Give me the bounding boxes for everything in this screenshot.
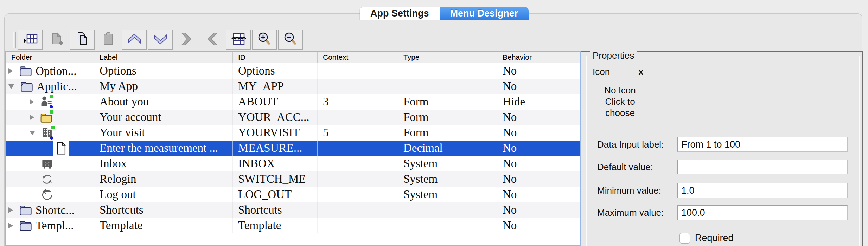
expander-icon[interactable] (8, 84, 14, 89)
table-row[interactable]: Option... Options Options No (6, 63, 580, 79)
icon-chooser-text: Click to (588, 96, 652, 107)
label-cell: My App (94, 79, 232, 94)
behavior-cell: No (497, 141, 580, 156)
menu-tree-table: Folder Label ID Context Type Behavior Op… (5, 51, 581, 246)
behavior-cell: No (497, 187, 580, 202)
type-cell: System (398, 187, 497, 202)
toolbar-insert-row-button[interactable] (18, 30, 43, 50)
type-cell: System (398, 156, 497, 171)
id-cell: MEASURE... (232, 141, 317, 156)
expander-icon[interactable] (8, 223, 13, 228)
column-header-context[interactable]: Context (317, 52, 398, 63)
icon-clear-button[interactable]: x (638, 66, 643, 77)
inbox-icon (39, 156, 55, 171)
field-input[interactable] (677, 137, 848, 152)
toolbar-drag-handle[interactable] (13, 32, 14, 48)
folder-blue-icon (19, 79, 34, 94)
table-row[interactable]: Enter the measurement ... MEASURE... Dec… (6, 141, 580, 156)
context-cell: 3 (317, 94, 398, 110)
table-row[interactable]: Inbox INBOX System No (6, 156, 580, 171)
type-cell: System (398, 171, 497, 187)
toolbar-zoom-out-button[interactable] (278, 30, 303, 50)
table-row[interactable]: Relogin SWITCH_ME System No (6, 171, 580, 187)
folder-blue-icon (18, 202, 33, 218)
label-cell: Inbox (94, 156, 232, 171)
toolbar-copy-button[interactable] (70, 30, 95, 50)
id-cell: MY_APP (232, 79, 317, 94)
folder-cell (6, 110, 94, 125)
context-cell (317, 218, 398, 233)
icon-chooser[interactable]: No IconClick tochoose (588, 85, 652, 118)
tab-bar: App Settings Menu Designer (360, 7, 529, 20)
table-row[interactable]: About you ABOUT 3 Form Hide (6, 94, 580, 110)
folder-name: Applic... (37, 79, 77, 94)
folder-cell (6, 94, 94, 110)
behavior-cell: No (497, 171, 580, 187)
label-cell: Template (94, 218, 232, 233)
expander-icon[interactable] (30, 131, 35, 135)
toolbar-table-rows-button[interactable] (226, 30, 251, 50)
expander-icon[interactable] (30, 115, 34, 120)
column-header-label[interactable]: Label (94, 52, 232, 63)
label-cell: Relogin (94, 171, 232, 187)
zoom-in-icon (257, 31, 272, 48)
label-cell: About you (94, 94, 232, 110)
field-label: Data Input label: (597, 139, 664, 150)
context-cell (317, 171, 398, 187)
field-input[interactable] (677, 160, 848, 174)
field-input[interactable] (677, 205, 848, 220)
toolbar-indent-button[interactable] (174, 30, 199, 50)
type-cell (398, 202, 497, 218)
expander-icon[interactable] (8, 68, 13, 74)
label-cell: Shortcuts (94, 202, 232, 218)
tab-menu-designer[interactable]: Menu Designer (440, 7, 529, 20)
type-cell (398, 79, 497, 94)
person-icon (39, 94, 55, 110)
table-row[interactable]: Your visit YOURVISIT 5 Form No (6, 125, 580, 141)
id-cell: Shortcuts (232, 202, 317, 218)
table-row[interactable]: Templ... Template Template No (6, 218, 580, 233)
column-header-behavior[interactable]: Behavior (497, 52, 580, 63)
tab-app-settings[interactable]: App Settings (360, 7, 440, 20)
id-cell: INBOX (232, 156, 317, 171)
type-cell (398, 218, 497, 233)
toolbar-zoom-in-button[interactable] (252, 30, 277, 50)
toolbar-move-down-button[interactable] (148, 30, 173, 50)
expander-icon[interactable] (8, 207, 13, 213)
folder-cell (6, 125, 94, 141)
properties-panel: Properties Icon x No IconClick tochoose … (586, 56, 860, 246)
id-cell: SWITCH_ME (232, 171, 317, 187)
column-header-folder[interactable]: Folder (6, 52, 94, 63)
id-cell: YOUR_ACC... (232, 110, 317, 125)
table-row[interactable]: Log out LOG_OUT System No (6, 187, 580, 202)
context-cell (317, 110, 398, 125)
toolbar-paste-button[interactable] (96, 30, 121, 50)
folder-yellow-icon (39, 110, 55, 125)
toolbar-drag-handle[interactable] (15, 32, 16, 48)
folder-blue-icon (18, 218, 33, 233)
column-header-id[interactable]: ID (232, 52, 317, 63)
toolbar-new-item-button[interactable] (44, 30, 69, 50)
column-header-type[interactable]: Type (398, 52, 497, 63)
id-cell: LOG_OUT (232, 187, 317, 202)
table-row[interactable]: Your account YOUR_ACC... Form No (6, 110, 580, 125)
folder-name: Templ... (36, 218, 74, 233)
required-checkbox[interactable] (679, 233, 690, 244)
expander-icon[interactable] (30, 99, 34, 105)
folder-cell (6, 141, 94, 156)
table-row[interactable]: Applic... My App MY_APP No (6, 79, 580, 94)
field-input[interactable] (677, 183, 848, 198)
required-label: Required (695, 233, 734, 244)
context-cell (317, 141, 398, 156)
behavior-cell: No (497, 110, 580, 125)
toolbar (18, 30, 303, 50)
table-row[interactable]: Shortc... Shortcuts Shortcuts No (6, 202, 580, 218)
toolbar-outdent-button[interactable] (200, 30, 225, 50)
table-header: Folder Label ID Context Type Behavior (6, 52, 580, 63)
folder-cell (6, 171, 94, 187)
copy-icon (75, 31, 90, 48)
toolbar-move-up-button[interactable] (122, 30, 147, 50)
folder-blue-icon (18, 63, 33, 79)
chevron-down-icon (153, 31, 168, 48)
building-icon (40, 125, 56, 141)
